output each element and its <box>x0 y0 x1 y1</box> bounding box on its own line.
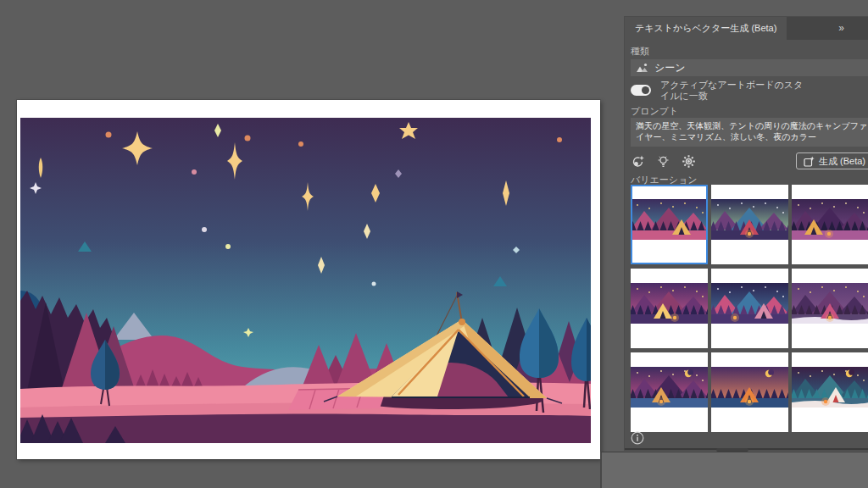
type-section-label: 種類 <box>631 45 649 58</box>
variation-thumb-9[interactable] <box>792 352 868 432</box>
variation-art <box>631 283 708 324</box>
variation-thumb-6[interactable] <box>792 269 868 348</box>
variation-thumb-3[interactable] <box>792 185 868 264</box>
variation-art <box>792 367 868 408</box>
style-match-row: アクティブなアートボードのスタイルに一致 <box>631 80 868 102</box>
scene-type-icon <box>636 62 648 74</box>
generate-button-label: 生成 (Beta) <box>819 155 865 168</box>
variation-thumb-2[interactable] <box>711 185 788 264</box>
artboard[interactable] <box>17 100 600 459</box>
settings-gear-icon[interactable] <box>682 154 696 169</box>
variations-grid <box>631 185 868 432</box>
camping-illustration <box>20 118 591 443</box>
prompt-input[interactable]: 満天の星空、天体観測、テントの周りの魔法のキャンプファイヤー、ミニマリズム、涼し… <box>631 118 868 147</box>
style-match-toggle[interactable] <box>631 85 651 96</box>
variation-thumb-5[interactable] <box>711 269 788 348</box>
action-row: 生成 (Beta) <box>631 152 868 170</box>
generate-button[interactable]: 生成 (Beta) <box>796 152 868 169</box>
variation-thumb-8[interactable] <box>711 352 788 432</box>
type-select[interactable]: シーン <box>631 59 868 76</box>
panel-title: テキストからベクター生成 (Beta) <box>635 23 776 33</box>
tab-text-to-vector[interactable]: テキストからベクター生成 (Beta) <box>625 17 787 40</box>
variation-thumb-7[interactable] <box>631 352 708 432</box>
style-picker-icon[interactable] <box>631 154 645 169</box>
variation-art <box>792 283 868 324</box>
variation-art <box>711 199 788 240</box>
style-match-label: アクティブなアートボードのスタイルに一致 <box>660 80 810 102</box>
type-selected-value: シーン <box>654 61 686 75</box>
idea-lightbulb-icon[interactable] <box>656 154 670 169</box>
variation-art <box>711 367 788 408</box>
variation-art <box>711 283 788 324</box>
info-icon[interactable] <box>631 431 644 445</box>
generate-sparkle-icon <box>804 156 815 167</box>
toggle-knob <box>642 86 649 94</box>
variation-thumb-4[interactable] <box>631 269 708 348</box>
variation-art <box>631 199 708 240</box>
variation-art <box>792 199 868 240</box>
prompt-section-label: プロンプト <box>631 105 678 118</box>
text-to-vector-panel: テキストからベクター生成 (Beta) » 種類 シーン アクティブなアートボー… <box>625 17 868 450</box>
panel-tab-bar: テキストからベクター生成 (Beta) » <box>625 17 868 40</box>
variation-art <box>631 367 708 408</box>
panel-footer <box>631 431 868 446</box>
variation-thumb-1[interactable] <box>631 185 708 264</box>
illustrator-workspace: { "workspace": { "pasteboard_color": "#5… <box>0 0 868 488</box>
collapse-panel-icon[interactable]: » <box>838 22 843 34</box>
foreground-ground <box>20 413 591 443</box>
lower-panel-area <box>600 452 868 488</box>
